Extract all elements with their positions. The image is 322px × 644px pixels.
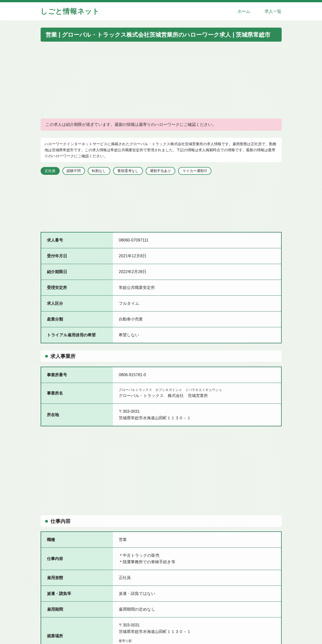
table-row: 仕事内容＊中古トラックの販売＊陸運事務所での車検手続き等 xyxy=(41,548,281,570)
row-label: 事業所名 xyxy=(41,383,113,404)
table-row: 受理安定所常総公共職業安定所 xyxy=(41,280,281,296)
row-value: 2021年12月8日 xyxy=(113,248,281,264)
row-value-line: ＊陸運事務所での車検手続き等 xyxy=(119,559,276,565)
table-row: 事業所番号0806-915781-0 xyxy=(41,367,281,383)
overview-table: 求人番号08060-07097111受付年月日2021年12月8日紹介期限日20… xyxy=(41,232,282,343)
tag-badge: 経験不問 xyxy=(62,167,85,175)
table-row: 求人区分フルタイム xyxy=(41,296,281,311)
expired-notice-text: この求人は紹介期限が過ぎています。最新の情報は最寄りのハローワークにご確認くださ… xyxy=(46,122,216,127)
row-value-line: 常総公共職業安定所 xyxy=(119,284,276,291)
row-label: 就業場所 xyxy=(41,617,113,644)
row-value-line: 営業 xyxy=(119,536,276,543)
row-value-line: 茨城県常総市水海道山田町１１３０－１ xyxy=(119,415,276,421)
row-value: 〒303-0031茨城県常総市水海道山田町１１３０－１最寄り駅関東鉄道常総線 水… xyxy=(113,617,281,644)
row-value-line: グローバルトラックス カブシキガイシャ イバラキエイギョウショ xyxy=(119,387,276,392)
section-job-title: 仕事内容 xyxy=(51,518,71,525)
row-value: 派遣・請負ではない xyxy=(113,586,281,602)
row-value-line: 0806-915781-0 xyxy=(119,372,276,378)
row-label: 受理安定所 xyxy=(41,280,113,296)
row-value-line: 希望しない xyxy=(119,332,276,338)
table-row: トライアル雇用併用の希望希望しない xyxy=(41,327,281,343)
row-value-line: フルタイム xyxy=(119,300,276,307)
row-label: 求人区分 xyxy=(41,296,113,311)
row-value-line: 正社員 xyxy=(119,575,276,581)
expired-notice: この求人は紹介期限が過ぎています。最新の情報は最寄りのハローワークにご確認くださ… xyxy=(41,119,282,131)
row-value-line: 2022年2月28日 xyxy=(119,269,276,275)
row-value: 希望しない xyxy=(113,327,281,343)
table-row: 就業場所〒303-0031茨城県常総市水海道山田町１１３０－１最寄り駅関東鉄道常… xyxy=(41,617,281,644)
table-row: 職種営業 xyxy=(41,532,281,548)
nav-link-job-list[interactable]: 求人一覧 xyxy=(265,9,282,14)
row-label: 派遣・請負等 xyxy=(41,586,113,602)
row-label: 受付年月日 xyxy=(41,248,113,264)
row-label: 事業所番号 xyxy=(41,367,113,383)
row-value: 0806-915781-0 xyxy=(113,367,281,383)
row-label: トライアル雇用併用の希望 xyxy=(41,327,113,343)
table-row: 雇用期間雇用期間の定めなし xyxy=(41,602,281,617)
table-row: 受付年月日2021年12月8日 xyxy=(41,248,281,264)
tag-badge: 通勤手当あり xyxy=(146,167,176,175)
job-summary-text: ハローワークインターネットサービスに掲載されたグローバル・トラックス株式会社茨城… xyxy=(45,142,276,158)
tag-badge: 書類選考なし xyxy=(113,167,143,175)
row-value: フルタイム xyxy=(113,296,281,311)
section-office: 求人事業所 xyxy=(41,350,282,362)
section-job: 仕事内容 xyxy=(41,515,282,527)
section-office-title: 求人事業所 xyxy=(51,353,76,360)
row-value: ＊中古トラックの販売＊陸運事務所での車検手続き等 xyxy=(113,548,281,570)
top-accent-bar xyxy=(0,0,322,2)
row-value-line: 茨城県常総市水海道山田町１１３０－１ xyxy=(119,628,276,635)
row-value-line: 08060-07097111 xyxy=(119,237,276,244)
row-label: 雇用形態 xyxy=(41,570,113,586)
row-value-line: 〒303-0031 xyxy=(119,408,276,415)
table-row: 雇用形態正社員 xyxy=(41,570,281,586)
office-table: 事業所番号0806-915781-0事業所名グローバルトラックス カブシキガイシ… xyxy=(41,367,282,426)
tag-list: 正社員経験不問転勤なし書類選考なし通勤手当ありマイカー通勤可 xyxy=(41,167,282,175)
site-logo[interactable]: しごと情報ネット xyxy=(41,7,100,16)
row-value: 正社員 xyxy=(113,570,281,586)
table-row: 求人番号08060-07097111 xyxy=(41,232,281,248)
row-value: グローバルトラックス カブシキガイシャ イバラキエイギョウショグローバル・トラッ… xyxy=(113,383,281,404)
row-label: 所在地 xyxy=(41,404,113,426)
row-value-line: 最寄り駅 xyxy=(119,638,276,643)
nav-link-home[interactable]: ホーム xyxy=(237,9,251,14)
bullet-dot-icon xyxy=(45,520,48,523)
table-row: 事業所名グローバルトラックス カブシキガイシャ イバラキエイギョウショグローバル… xyxy=(41,383,281,404)
bullet-dot-icon xyxy=(45,355,48,358)
row-value-line: 〒303-0031 xyxy=(119,622,276,628)
site-header: しごと情報ネット ホーム 求人一覧 xyxy=(0,2,322,20)
row-label: 雇用期間 xyxy=(41,602,113,617)
row-value: 08060-07097111 xyxy=(113,232,281,248)
row-label: 仕事内容 xyxy=(41,548,113,570)
row-value: 常総公共職業安定所 xyxy=(113,280,281,296)
tag-badge: 転勤なし xyxy=(88,167,111,175)
row-value: 自動車小売業 xyxy=(113,311,281,327)
row-value-line: 2021年12月8日 xyxy=(119,253,276,259)
job-summary: ハローワークインターネットサービスに掲載されたグローバル・トラックス株式会社茨城… xyxy=(41,138,282,162)
table-row: 所在地〒303-0031茨城県常総市水海道山田町１１３０－１ xyxy=(41,404,281,426)
row-label: 産業分類 xyxy=(41,311,113,327)
tag-badge: マイカー通勤可 xyxy=(178,167,211,175)
row-value: 2022年2月28日 xyxy=(113,264,281,280)
main-nav: ホーム 求人一覧 xyxy=(237,9,282,14)
row-value-line: 派遣・請負ではない xyxy=(119,590,276,597)
table-row: 派遣・請負等派遣・請負ではない xyxy=(41,586,281,602)
table-row: 産業分類自動車小売業 xyxy=(41,311,281,327)
row-value: 雇用期間の定めなし xyxy=(113,602,281,617)
row-value-line: ＊中古トラックの販売 xyxy=(119,552,276,559)
row-label: 職種 xyxy=(41,532,113,548)
row-value-line: 自動車小売業 xyxy=(119,316,276,323)
job-table: 職種営業仕事内容＊中古トラックの販売＊陸運事務所での車検手続き等雇用形態正社員派… xyxy=(41,531,282,644)
row-label: 求人番号 xyxy=(41,232,113,248)
row-value-line: グローバル・トラックス 株式会社 茨城営業所 xyxy=(119,392,276,399)
row-value: 営業 xyxy=(113,532,281,548)
row-label: 紹介期限日 xyxy=(41,264,113,280)
page-title: 営業 | グローバル・トラックス株式会社茨城営業所のハローワーク求人 | 茨城県… xyxy=(41,28,282,42)
row-value: 〒303-0031茨城県常総市水海道山田町１１３０－１ xyxy=(113,404,281,426)
tag-badge: 正社員 xyxy=(41,167,60,175)
table-row: 紹介期限日2022年2月28日 xyxy=(41,264,281,280)
row-value-line: 雇用期間の定めなし xyxy=(119,606,276,613)
